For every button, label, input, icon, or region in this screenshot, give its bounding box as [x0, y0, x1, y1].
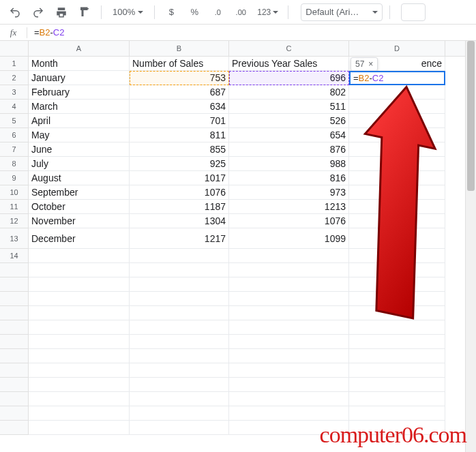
row-header[interactable]: 1 — [0, 57, 29, 71]
row-header[interactable] — [0, 406, 29, 421]
cell[interactable]: 855 — [130, 142, 229, 157]
cell[interactable]: June — [29, 142, 130, 157]
row-header[interactable] — [0, 306, 29, 320]
cell[interactable] — [349, 306, 445, 320]
cell[interactable]: 816 — [229, 171, 349, 185]
cell[interactable] — [349, 392, 445, 406]
cell[interactable]: 634 — [130, 100, 229, 114]
cell[interactable]: 526 — [229, 114, 349, 128]
cell[interactable] — [130, 378, 229, 392]
cell[interactable] — [349, 378, 445, 392]
cell[interactable] — [229, 378, 349, 392]
column-header-b[interactable]: B — [130, 41, 229, 56]
cell[interactable] — [349, 263, 445, 277]
column-header-a[interactable]: A — [29, 41, 130, 56]
cell[interactable]: 802 — [229, 85, 349, 100]
row-header[interactable]: 4 — [0, 100, 29, 114]
paint-format-button[interactable] — [75, 3, 94, 21]
vertical-scrollbar[interactable] — [465, 41, 476, 452]
cell[interactable]: 511 — [229, 100, 349, 114]
decrease-decimal-button[interactable]: .0 — [208, 3, 227, 21]
cell[interactable] — [130, 363, 229, 378]
cell[interactable] — [349, 363, 445, 378]
cell[interactable] — [29, 349, 130, 363]
redo-button[interactable] — [29, 3, 48, 21]
cell[interactable] — [349, 292, 445, 306]
cell[interactable] — [29, 392, 130, 406]
row-header[interactable]: 7 — [0, 142, 29, 157]
cell[interactable] — [130, 392, 229, 406]
cell[interactable] — [130, 421, 229, 435]
print-button[interactable] — [52, 3, 71, 21]
row-header[interactable] — [0, 335, 29, 349]
cell[interactable]: 1217 — [130, 228, 229, 249]
cell[interactable] — [349, 114, 445, 128]
cell[interactable]: August — [29, 171, 130, 185]
cell[interactable]: 1076 — [130, 185, 229, 200]
cell[interactable] — [229, 406, 349, 421]
row-header[interactable]: 6 — [0, 128, 29, 142]
close-icon[interactable]: × — [368, 59, 373, 69]
cell[interactable] — [130, 349, 229, 363]
cell[interactable] — [229, 349, 349, 363]
row-header[interactable]: 13 — [0, 228, 29, 249]
cell[interactable] — [29, 363, 130, 378]
formula-input[interactable]: =B2-C2 — [27, 27, 476, 37]
cell[interactable] — [130, 320, 229, 335]
cell[interactable] — [29, 406, 130, 421]
cell[interactable] — [130, 335, 229, 349]
cell[interactable] — [29, 263, 130, 277]
cell[interactable] — [349, 100, 445, 114]
row-header[interactable]: 8 — [0, 157, 29, 171]
cell[interactable] — [29, 335, 130, 349]
cell[interactable] — [349, 185, 445, 200]
cell[interactable] — [229, 363, 349, 378]
cell[interactable] — [349, 214, 445, 228]
cell[interactable]: 1076 — [229, 214, 349, 228]
cell[interactable] — [349, 406, 445, 421]
row-header[interactable]: 10 — [0, 185, 29, 200]
cell[interactable] — [29, 320, 130, 335]
format-currency-button[interactable]: $ — [162, 3, 181, 21]
cell[interactable]: Number of Sales — [130, 57, 229, 71]
row-header[interactable]: 14 — [0, 249, 29, 263]
cell[interactable]: 876 — [229, 142, 349, 157]
cell[interactable] — [229, 277, 349, 292]
column-header-d[interactable]: D — [349, 41, 445, 56]
cell[interactable] — [349, 71, 445, 85]
row-header[interactable]: 11 — [0, 200, 29, 214]
cell[interactable] — [349, 85, 445, 100]
cell[interactable]: October — [29, 200, 130, 214]
cell[interactable] — [29, 292, 130, 306]
row-header[interactable] — [0, 277, 29, 292]
cell[interactable] — [130, 406, 229, 421]
cell[interactable]: December — [29, 228, 130, 249]
cell[interactable] — [349, 320, 445, 335]
cell[interactable] — [229, 320, 349, 335]
cell[interactable] — [349, 228, 445, 249]
column-header-c[interactable]: C — [229, 41, 349, 56]
cell[interactable] — [229, 335, 349, 349]
increase-decimal-button[interactable]: .00 — [231, 3, 250, 21]
cell[interactable]: 654 — [229, 128, 349, 142]
cell[interactable]: 925 — [130, 157, 229, 171]
row-header[interactable]: 9 — [0, 171, 29, 185]
cell[interactable]: September — [29, 185, 130, 200]
format-percent-button[interactable]: % — [185, 3, 204, 21]
cell[interactable] — [29, 249, 130, 263]
cell[interactable]: February — [29, 85, 130, 100]
cell[interactable] — [130, 263, 229, 277]
undo-button[interactable] — [5, 3, 25, 21]
cell[interactable]: May — [29, 128, 130, 142]
more-formats-dropdown[interactable]: 123 — [254, 3, 281, 21]
cell[interactable] — [130, 249, 229, 263]
cell[interactable]: Month — [29, 57, 130, 71]
cell[interactable] — [29, 277, 130, 292]
row-header[interactable]: 3 — [0, 85, 29, 100]
cell[interactable]: 988 — [229, 157, 349, 171]
row-header[interactable]: 12 — [0, 214, 29, 228]
cell[interactable] — [229, 392, 349, 406]
cell[interactable] — [130, 292, 229, 306]
cell[interactable] — [229, 263, 349, 277]
cell[interactable] — [229, 249, 349, 263]
